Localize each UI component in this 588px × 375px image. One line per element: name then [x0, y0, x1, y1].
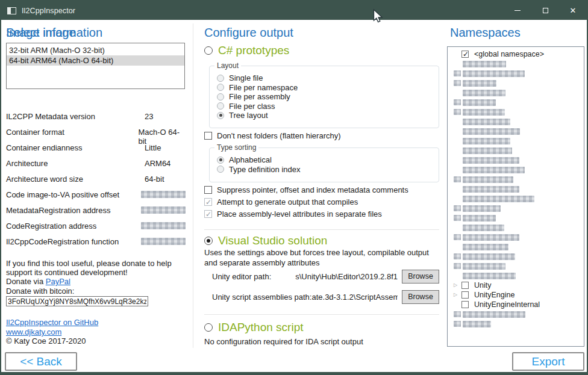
redacted-namespace-row [448, 319, 584, 329]
namespace-row[interactable]: UnityEngineInternal [448, 300, 584, 309]
back-button[interactable]: << Back [5, 352, 77, 371]
radio-label: File per assembly [229, 92, 290, 101]
radio-option[interactable]: File per namespace [217, 83, 439, 93]
radio-button[interactable] [217, 157, 224, 164]
checkbox[interactable] [204, 132, 212, 140]
namespace-row[interactable]: <global namespace> [448, 49, 584, 59]
checkbox[interactable] [204, 198, 212, 206]
app-window: Il2CppInspector ✕ Select image 32-bit AR… [0, 0, 588, 375]
redacted-namespace-row [448, 203, 584, 213]
radio-option[interactable]: Type definition index [217, 165, 439, 175]
expander-icon[interactable]: ▷ [454, 282, 461, 288]
namespace-row[interactable]: ▷UnityEngine [448, 290, 584, 300]
expander-icon[interactable]: ▷ [454, 292, 461, 298]
visual-studio-description: Uses the settings above but forces tree … [204, 248, 440, 268]
info-label: IL2CPP Metadata version [6, 112, 145, 121]
website-link[interactable]: www.djkaty.com [6, 327, 61, 336]
info-label: Code image-to-VA positive offset [6, 190, 141, 199]
radio-button[interactable] [217, 84, 224, 91]
redacted-namespace-row [448, 78, 584, 88]
image-info-table: IL2CPP Metadata version23Container forma… [6, 112, 186, 253]
redacted-namespace [463, 273, 516, 279]
maximize-icon [543, 8, 548, 13]
radio-label: File per class [229, 102, 275, 111]
image-info-row: Code image-to-VA positive offset [6, 190, 186, 206]
redacted-lead [454, 321, 461, 327]
image-list-item[interactable]: 32-bit ARM (Mach-O 32-bit) [7, 45, 184, 55]
redacted-namespace-row [448, 146, 584, 155]
github-link[interactable]: Il2CppInspector on GitHub [6, 318, 98, 327]
radio-button[interactable] [204, 46, 213, 55]
redacted-namespace-row [448, 261, 584, 271]
checkbox-option[interactable]: Suppress pointer, offset and index metad… [204, 184, 408, 196]
image-listbox[interactable]: 32-bit ARM (Mach-O 32-bit)64-bit ARM64 (… [6, 43, 185, 89]
redacted-namespace [463, 80, 496, 87]
radio-button[interactable] [217, 112, 224, 119]
unity-editor-path-value[interactable]: s\Unity\Hub\Editor\2019.2.8f1 [271, 272, 398, 281]
namespace-checkbox[interactable] [461, 301, 469, 308]
close-button[interactable]: ✕ [559, 1, 587, 20]
type-sorting-groupbox-title: Type sorting [214, 143, 258, 152]
redacted-value [141, 238, 186, 245]
redacted-lead [454, 215, 461, 221]
checkbox[interactable] [204, 186, 212, 194]
radio-button[interactable] [217, 102, 224, 110]
output-option-idapython[interactable]: IDAPython script [204, 321, 304, 334]
redacted-namespace-row [448, 155, 584, 165]
image-info-row: MetadataRegistration address [6, 206, 186, 222]
paypal-link[interactable]: PayPal [46, 277, 70, 286]
redacted-namespace [463, 70, 525, 77]
redacted-namespace-row [448, 88, 584, 98]
window-title: Il2CppInspector [22, 7, 75, 15]
checkbox-option[interactable]: Place assembly-level attributes in separ… [204, 208, 408, 220]
redacted-namespace-row [448, 223, 584, 232]
radio-option[interactable]: Single file [217, 73, 439, 83]
radio-button[interactable] [217, 75, 224, 82]
namespace-row[interactable]: ▷Unity [448, 280, 584, 290]
donate-appeal: If you find this tool useful, please don… [6, 259, 172, 277]
namespace-checkbox[interactable] [461, 51, 469, 58]
image-info-row: Container formatMach-O 64-bit [6, 128, 186, 143]
image-list-item[interactable]: 64-bit ARM64 (Mach-O 64-bit) [7, 55, 184, 66]
titlebar[interactable]: Il2CppInspector ✕ [1, 1, 587, 20]
checkbox-label: Place assembly-level attributes in separ… [217, 209, 382, 218]
output-option-label: C# prototypes [218, 44, 289, 57]
radio-button[interactable] [204, 323, 213, 332]
radio-option[interactable]: Alphabetical [217, 155, 439, 165]
export-button[interactable]: Export [512, 352, 584, 371]
redacted-namespace [463, 147, 512, 154]
namespace-label: UnityEngine [474, 291, 514, 299]
info-label: CodeRegistration address [6, 222, 141, 231]
radio-button[interactable] [217, 166, 224, 173]
radio-button[interactable] [204, 237, 213, 245]
radio-button[interactable] [217, 93, 224, 101]
redacted-namespace-row [448, 271, 584, 280]
namespace-checkbox[interactable] [461, 282, 469, 289]
info-label: Il2CppCodeRegistration function [6, 237, 141, 246]
redacted-value [141, 206, 186, 214]
namespace-checkbox[interactable] [461, 291, 469, 299]
redacted-lead [454, 109, 461, 115]
browse-script-path-button[interactable]: Browse [402, 290, 439, 304]
unity-editor-path-row: Unity editor path: s\Unity\Hub\Editor\20… [212, 269, 439, 284]
minimize-button[interactable] [504, 1, 531, 20]
flatten-checkbox-row[interactable]: Don't nest folders (flatten hierarchy) [204, 129, 341, 141]
redacted-namespace [463, 90, 505, 96]
checkbox-option[interactable]: Attempt to generate output that compiles [204, 196, 408, 208]
radio-option[interactable]: File per assembly [217, 92, 439, 102]
radio-option[interactable]: Tree layout [217, 111, 439, 120]
output-option-csharp[interactable]: C# prototypes [204, 44, 289, 57]
namespaces-panel: Namespaces <global namespace>▷Unity▷Unit… [447, 20, 584, 372]
image-info-row: Architecture word size64-bit [6, 175, 186, 190]
radio-option[interactable]: File per class [217, 102, 439, 111]
redacted-namespace [463, 215, 496, 222]
checkbox[interactable] [204, 210, 212, 218]
unity-script-path-row: Unity script assemblies path: ate.3d-3.1… [212, 290, 439, 304]
image-info-row: IL2CPP Metadata version23 [6, 112, 186, 128]
maximize-button[interactable] [531, 1, 559, 20]
namespaces-listbox[interactable]: <global namespace>▷Unity▷UnityEngineUnit… [447, 46, 584, 347]
unity-script-path-value[interactable]: ate.3d-3.1.2\ScriptAssemblies [311, 293, 398, 302]
bitcoin-address-input[interactable] [6, 296, 148, 306]
output-option-visual-studio[interactable]: Visual Studio solution [204, 234, 327, 247]
browse-editor-path-button[interactable]: Browse [402, 270, 439, 284]
